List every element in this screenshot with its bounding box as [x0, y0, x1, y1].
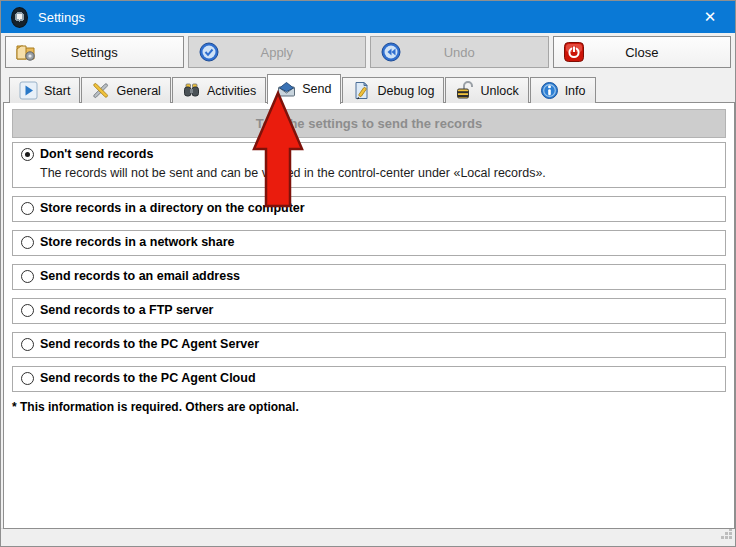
option-label: Store records in a directory on the comp… — [40, 201, 305, 215]
tab-activities-label: Activities — [207, 84, 256, 98]
tab-general[interactable]: General — [81, 77, 170, 103]
radio-store-directory[interactable] — [21, 202, 34, 215]
binoculars-icon — [182, 81, 201, 100]
status-bar — [1, 528, 735, 546]
window-title: Settings — [38, 10, 85, 25]
power-close-icon — [563, 41, 585, 63]
tools-icon — [91, 81, 110, 100]
option-store-directory[interactable]: Store records in a directory on the comp… — [12, 196, 726, 222]
window-close-icon[interactable]: ✕ — [695, 1, 725, 33]
test-settings-button[interactable]: Test the settings to send the records — [12, 109, 726, 138]
option-dont-send-records[interactable]: Don't send records The records will not … — [12, 142, 726, 188]
tab-send-label: Send — [302, 82, 331, 96]
option-label: Send records to a FTP server — [40, 303, 213, 317]
apply-check-icon — [198, 41, 220, 63]
radio-dont-send-records[interactable] — [21, 148, 34, 161]
option-label: Don't send records — [40, 147, 153, 161]
option-store-network-share[interactable]: Store records in a network share — [12, 230, 726, 256]
option-send-email[interactable]: Send records to an email address — [12, 264, 726, 290]
tab-send[interactable]: Send — [267, 74, 341, 104]
option-send-pc-agent-server[interactable]: Send records to the PC Agent Server — [12, 332, 726, 358]
send-tab-page: Test the settings to send the records Do… — [3, 102, 735, 529]
test-settings-button-label: Test the settings to send the records — [256, 116, 483, 131]
close-button[interactable]: Close — [553, 36, 732, 68]
toolbar: Settings Apply Undo — [1, 33, 735, 71]
tab-info[interactable]: Info — [530, 77, 596, 103]
undo-button[interactable]: Undo — [370, 36, 549, 68]
option-label: Send records to the PC Agent Server — [40, 337, 259, 351]
tab-unlock-label: Unlock — [480, 84, 518, 98]
settings-folder-icon — [15, 41, 37, 63]
app-icon — [11, 7, 28, 28]
tab-activities[interactable]: Activities — [172, 77, 266, 103]
option-label: Store records in a network share — [40, 235, 235, 249]
option-send-pc-agent-cloud[interactable]: Send records to the PC Agent Cloud — [12, 366, 726, 392]
apply-button[interactable]: Apply — [188, 36, 367, 68]
padlock-open-icon — [455, 81, 474, 100]
undo-arrow-icon — [380, 41, 402, 63]
tab-info-label: Info — [565, 84, 586, 98]
settings-button[interactable]: Settings — [5, 36, 184, 68]
tab-start-label: Start — [44, 84, 70, 98]
option-send-ftp[interactable]: Send records to a FTP server — [12, 298, 726, 324]
send-options-list: Don't send records The records will not … — [12, 142, 726, 392]
radio-send-pc-agent-server[interactable] — [21, 338, 34, 351]
envelope-icon — [277, 80, 296, 99]
title-bar: Settings ✕ — [1, 1, 735, 33]
tab-general-label: General — [116, 84, 160, 98]
info-icon — [540, 81, 559, 100]
tab-unlock[interactable]: Unlock — [445, 77, 528, 103]
radio-send-ftp[interactable] — [21, 304, 34, 317]
tab-strip: Start General Activities — [3, 73, 597, 103]
option-description: The records will not be sent and can be … — [40, 166, 717, 180]
settings-window: Settings ✕ Settings — [0, 0, 736, 547]
option-label: Send records to an email address — [40, 269, 240, 283]
play-icon — [19, 81, 38, 100]
radio-send-pc-agent-cloud[interactable] — [21, 372, 34, 385]
tab-start[interactable]: Start — [9, 77, 80, 103]
required-info-note: * This information is required. Others a… — [12, 400, 726, 414]
radio-send-email[interactable] — [21, 270, 34, 283]
radio-store-network-share[interactable] — [21, 236, 34, 249]
tab-debug-log-label: Debug log — [377, 84, 434, 98]
option-label: Send records to the PC Agent Cloud — [40, 371, 256, 385]
tab-debug-log[interactable]: Debug log — [342, 77, 444, 103]
page-pencil-icon — [352, 81, 371, 100]
